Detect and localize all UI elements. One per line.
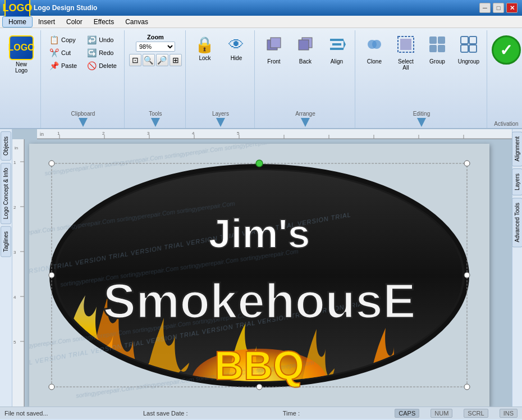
- hide-button[interactable]: 👁 Hide: [222, 33, 251, 69]
- svg-rect-22: [469, 45, 477, 52]
- canvas-area[interactable]: in 1 2 3 4 5 i: [12, 129, 512, 407]
- arrange-label: Arrange: [295, 111, 315, 117]
- svg-rect-20: [469, 36, 477, 44]
- svg-text:in: in: [40, 131, 44, 137]
- svg-text:5: 5: [237, 131, 240, 136]
- left-sidebar: Objects Logo Concept & Info Taglines: [0, 129, 12, 407]
- svg-text:in: in: [15, 145, 18, 150]
- lock-icon: 🔒: [195, 35, 214, 54]
- num-badge: NUM: [431, 409, 452, 418]
- align-button[interactable]: Align: [322, 33, 351, 69]
- minimize-button[interactable]: ─: [479, 3, 491, 13]
- group-icon: [428, 35, 446, 57]
- activation-label: Activation: [494, 121, 518, 127]
- title-bar-controls: ─ □ ✕: [479, 3, 518, 13]
- new-logo-button[interactable]: LOGO NewLogo: [7, 33, 36, 76]
- back-label: Back: [299, 58, 312, 65]
- svg-text:4: 4: [192, 131, 195, 136]
- ruler-vertical: in 1 2 3 4 5: [12, 139, 25, 407]
- maximize-button[interactable]: □: [493, 3, 504, 13]
- svg-text:3: 3: [13, 250, 16, 255]
- clone-icon: [365, 35, 383, 57]
- menu-effects[interactable]: Effects: [88, 17, 120, 27]
- front-icon: [265, 35, 283, 57]
- copy-button[interactable]: 📋 Copy: [45, 34, 81, 46]
- sidebar-tab-logo-concept[interactable]: Logo Concept & Info: [1, 163, 11, 224]
- select-all-button[interactable]: SelectAll: [391, 33, 420, 74]
- back-button[interactable]: Back: [291, 33, 320, 69]
- sidebar-tab-advanced-tools[interactable]: Advanced Tools: [512, 198, 522, 247]
- cut-button[interactable]: ✂️ Cut: [45, 47, 81, 59]
- tools-label: Tools: [149, 111, 162, 117]
- align-icon: [328, 35, 346, 57]
- svg-rect-15: [429, 36, 437, 44]
- ungroup-button[interactable]: Ungroup: [454, 33, 483, 69]
- paste-button[interactable]: 📌 Paste: [45, 60, 81, 72]
- zoom-reset-button[interactable]: ⊞: [170, 54, 182, 66]
- layers-content: 🔒 Lock 👁 Hide: [190, 30, 251, 109]
- ungroup-label: Ungroup: [458, 58, 479, 65]
- svg-rect-19: [461, 36, 468, 44]
- group-button[interactable]: Group: [423, 33, 452, 69]
- activation-icon: ✓: [492, 35, 521, 65]
- svg-rect-1: [271, 38, 281, 48]
- hide-label: Hide: [231, 55, 242, 61]
- svg-text:4: 4: [13, 295, 16, 300]
- menu-bar: Home Insert Color Effects Canvas: [0, 16, 522, 28]
- svg-point-9: [372, 40, 381, 49]
- svg-point-74: [257, 384, 262, 390]
- sidebar-tab-objects[interactable]: Objects: [1, 131, 11, 161]
- align-label: Align: [331, 58, 343, 65]
- caps-badge: CAPS: [395, 409, 419, 418]
- svg-text:3: 3: [147, 131, 150, 136]
- svg-text:2: 2: [13, 205, 16, 210]
- svg-point-72: [464, 272, 470, 278]
- file-status: File not saved...: [4, 410, 48, 417]
- zoom-select[interactable]: 98% 50% 75% 100% 150%: [136, 42, 175, 52]
- new-logo-label: NewLogo: [15, 61, 28, 74]
- menu-canvas[interactable]: Canvas: [120, 17, 154, 27]
- svg-marker-7: [344, 40, 346, 49]
- ruler-h-svg: in 1 2 3 4 5: [37, 129, 512, 139]
- front-button[interactable]: Front: [259, 33, 289, 69]
- sidebar-tab-layers[interactable]: Layers: [512, 168, 522, 195]
- svg-rect-13: [400, 44, 406, 50]
- app-title: Logo Design Studio: [34, 4, 97, 12]
- ungroup-icon: [460, 35, 478, 57]
- svg-point-76: [256, 160, 263, 167]
- sidebar-tab-alignment[interactable]: Alignment: [512, 131, 522, 166]
- undo-icon: ↩️: [87, 35, 97, 44]
- layers-arrow: [216, 118, 225, 127]
- scrl-badge: SCRL: [464, 409, 488, 418]
- clipboard-section: 📋 Copy ✂️ Cut 📌 Paste ↩️ Undo ↪️: [42, 30, 125, 128]
- sidebar-tab-taglines[interactable]: Taglines: [1, 226, 11, 257]
- svg-rect-6: [330, 48, 344, 50]
- delete-button[interactable]: 🚫 Delete: [83, 60, 121, 72]
- clone-button[interactable]: Clone: [360, 33, 389, 69]
- zoom-fit-button[interactable]: ⊡: [129, 54, 141, 66]
- copy-icon: 📋: [49, 35, 59, 44]
- menu-insert[interactable]: Insert: [33, 17, 61, 27]
- arrange-content: Front Back: [259, 30, 351, 109]
- menu-home[interactable]: Home: [2, 16, 33, 28]
- redo-button[interactable]: ↪️ Redo: [83, 47, 121, 59]
- main-area: Objects Logo Concept & Info Taglines in …: [0, 129, 522, 407]
- zoom-in-button[interactable]: 🔍: [143, 54, 155, 66]
- editing-label: Editing: [413, 111, 431, 117]
- time-label: Time :: [283, 410, 300, 417]
- activation-button[interactable]: ✓: [492, 33, 521, 69]
- zoom-out-button[interactable]: 🔎: [156, 54, 168, 66]
- tools-section: Zoom 98% 50% 75% 100% 150% ⊡ 🔍 🔎 ⊞ Tools: [126, 30, 186, 128]
- arrange-section: Front Back: [256, 30, 355, 128]
- lock-button[interactable]: 🔒 Lock: [190, 33, 219, 69]
- close-button[interactable]: ✕: [506, 3, 518, 13]
- undo-button[interactable]: ↩️ Undo: [83, 34, 121, 46]
- svg-point-71: [49, 272, 54, 278]
- activation-section: ✓ Activation: [488, 30, 522, 128]
- svg-rect-5: [332, 43, 341, 45]
- menu-color[interactable]: Color: [61, 17, 88, 27]
- select-all-icon: [397, 35, 415, 57]
- new-logo-section: LOGO NewLogo: [2, 30, 41, 128]
- group-label: Group: [429, 58, 445, 65]
- svg-text:2: 2: [102, 131, 105, 136]
